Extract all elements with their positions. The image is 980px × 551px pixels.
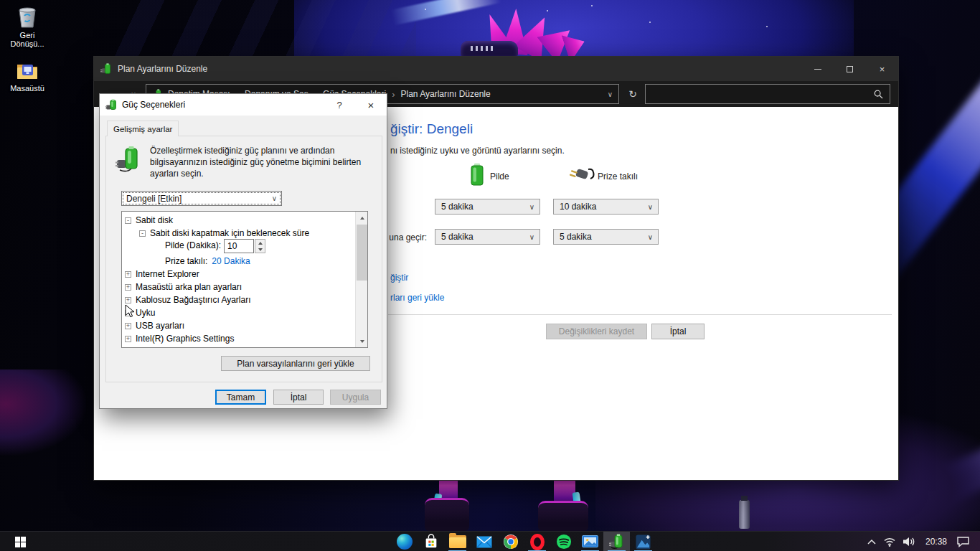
dialog-close-button[interactable]: × xyxy=(357,94,385,116)
scroll-up-icon[interactable] xyxy=(356,212,368,224)
close-icon: × xyxy=(368,99,374,111)
sleep-battery-select[interactable]: 5 dakika ∨ xyxy=(435,229,540,245)
desktop-icon-recycle-bin[interactable]: Geri Dönüşü... xyxy=(0,6,55,48)
start-button[interactable] xyxy=(6,532,34,551)
taskbar-file-explorer[interactable] xyxy=(444,532,471,551)
expand-icon[interactable]: + xyxy=(125,336,131,342)
tree-item-label: Intel(R) Graphics Settings xyxy=(136,334,234,344)
collapse-icon[interactable]: - xyxy=(125,217,131,224)
taskbar-microsoft-store[interactable] xyxy=(418,532,444,551)
collapse-icon[interactable]: - xyxy=(139,230,146,237)
taskbar-photos[interactable] xyxy=(630,532,656,551)
tree-item-uyku[interactable]: + Uyku xyxy=(122,306,357,319)
dialog-help-button[interactable]: ? xyxy=(325,94,354,116)
spin-up-icon[interactable] xyxy=(255,240,265,246)
page-intro: nı istediğiniz uyku ve görüntü ayarların… xyxy=(390,146,565,156)
desktop-icon-masaustu[interactable]: Masaüstü xyxy=(0,60,55,93)
taskbar-display-settings[interactable] xyxy=(577,532,603,551)
spinner[interactable] xyxy=(255,239,265,253)
tree-item-intel-graphics[interactable]: + Intel(R) Graphics Settings xyxy=(122,332,357,345)
dialog-intro-text: Özelleştirmek istediğiniz güç planını ve… xyxy=(150,145,371,179)
window-titlebar[interactable]: Plan Ayarlarını Düzenle × xyxy=(94,57,898,81)
display-off-battery-select[interactable]: 5 dakika ∨ xyxy=(435,199,540,215)
separator xyxy=(388,314,892,315)
taskbar-spotify[interactable] xyxy=(550,532,577,551)
power-plan-select[interactable]: Dengeli [Etkin] ∨ xyxy=(121,191,282,206)
expand-icon[interactable]: + xyxy=(125,297,131,303)
folder-icon xyxy=(16,60,39,82)
paint-boot xyxy=(538,501,588,531)
clock[interactable]: 20:38 xyxy=(923,537,950,547)
taskbar-edge[interactable] xyxy=(391,532,418,551)
minimize-button[interactable] xyxy=(801,57,834,81)
restore-plan-defaults-button[interactable]: Plan varsayılanlarını geri yükle xyxy=(221,356,370,371)
search-input[interactable] xyxy=(645,84,890,104)
sleep-plugged-select[interactable]: 5 dakika ∨ xyxy=(553,229,659,245)
tree-item-pci-express[interactable]: + PCI Express xyxy=(122,345,357,348)
plugged-value-link[interactable]: 20 Dakika xyxy=(212,256,250,266)
chevron-down-icon: ∨ xyxy=(272,194,277,202)
ok-button[interactable]: Tamam xyxy=(215,390,266,405)
taskbar-mail[interactable] xyxy=(471,532,497,551)
hidden-icons-chevron-icon[interactable] xyxy=(867,538,877,546)
wallpaper-streaks xyxy=(108,0,416,65)
tree-scrollbar[interactable] xyxy=(355,212,367,347)
tree-item-internet-explorer[interactable]: + Internet Explorer xyxy=(122,268,357,281)
expand-icon[interactable]: + xyxy=(125,271,131,278)
address-dropdown-icon[interactable]: ∨ xyxy=(608,90,613,98)
scroll-down-icon[interactable] xyxy=(356,335,368,347)
power-options-icon xyxy=(105,99,118,111)
tree-item-sabit-disk[interactable]: - Sabit disk xyxy=(122,214,357,227)
action-center-icon[interactable] xyxy=(956,536,970,547)
expand-icon[interactable]: + xyxy=(125,323,131,329)
tree-item-desktop-background[interactable]: + Masaüstü arka plan ayarları xyxy=(122,281,357,293)
chrome-icon xyxy=(503,534,519,550)
taskbar-chrome[interactable] xyxy=(497,532,524,551)
close-button[interactable]: × xyxy=(866,57,898,81)
screen: Geri Dönüşü... Masaüstü Plan Ayarlarını … xyxy=(0,0,980,551)
save-changes-button[interactable]: Değişiklikleri kaydet xyxy=(546,324,647,339)
taskbar-power-options[interactable] xyxy=(603,532,630,551)
minimize-icon xyxy=(814,69,821,70)
desktop-icon-label: Masaüstü xyxy=(0,84,55,93)
tree-item-label: Internet Explorer xyxy=(136,269,199,279)
tree-item-usb[interactable]: + USB ayarları xyxy=(122,319,357,332)
power-plan-icon xyxy=(116,146,146,174)
star xyxy=(547,10,548,11)
chevron-down-icon: ∨ xyxy=(648,233,653,241)
power-options-dialog: Güç Seçenekleri ? × Gelişmiş ayarlar Öze… xyxy=(99,93,387,409)
file-explorer-icon xyxy=(449,535,466,548)
chevron-down-icon: ∨ xyxy=(529,203,534,211)
restore-defaults-link[interactable]: rları geri yükle xyxy=(390,293,444,303)
maximize-button[interactable] xyxy=(834,57,866,81)
spin-down-icon[interactable] xyxy=(255,246,265,253)
refresh-button[interactable]: ↻ xyxy=(623,84,642,104)
page-cancel-button[interactable]: İptal xyxy=(651,324,705,339)
mail-icon xyxy=(476,536,492,548)
dialog-title: Güç Seçenekleri xyxy=(122,100,185,110)
star xyxy=(425,9,426,10)
window-title: Plan Ayarlarını Düzenle xyxy=(118,64,207,74)
expand-icon[interactable]: + xyxy=(125,284,131,291)
edge-icon xyxy=(397,534,413,550)
tree-item-label: Sabit diski kapatmak için beklenecek sür… xyxy=(150,228,309,238)
star xyxy=(649,22,651,23)
tree-item-on-battery: Pilde (Dakika): xyxy=(122,237,357,253)
volume-icon[interactable] xyxy=(903,536,916,547)
apply-button[interactable]: Uygula xyxy=(330,390,381,405)
tab-advanced-settings[interactable]: Gelişmiş ayarlar xyxy=(107,121,179,136)
minutes-input[interactable] xyxy=(224,239,254,253)
breadcrumb-item[interactable]: Plan Ayarlarını Düzenle xyxy=(401,89,491,99)
tree-item-wireless-adapter[interactable]: + Kablosuz Bağdaştırıcı Ayarları xyxy=(122,293,357,306)
wifi-icon[interactable] xyxy=(883,536,896,547)
chevron-down-icon: ∨ xyxy=(529,233,534,241)
advanced-settings-link[interactable]: ğiştir xyxy=(390,273,408,283)
dialog-cancel-button[interactable]: İptal xyxy=(273,390,324,405)
dialog-titlebar[interactable]: Güç Seçenekleri ? × xyxy=(100,94,387,116)
chevron-down-icon: ∨ xyxy=(648,203,653,211)
display-off-plugged-select[interactable]: 10 dakika ∨ xyxy=(553,199,659,215)
maximize-icon xyxy=(847,66,853,72)
taskbar-opera[interactable] xyxy=(524,532,550,551)
scrollbar-thumb[interactable] xyxy=(357,225,367,281)
advanced-settings-tree[interactable]: - Sabit disk - Sabit diski kapatmak için… xyxy=(121,211,368,348)
